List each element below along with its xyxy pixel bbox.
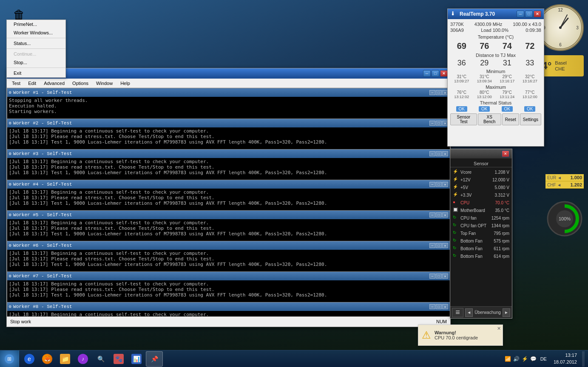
w4-maximize[interactable]: □ [436,182,442,187]
w6-maximize[interactable]: □ [436,243,442,248]
taskbar-app5[interactable]: 🐾 [110,351,127,367]
taskbar-app6[interactable]: 📊 [128,351,145,367]
menu-edit[interactable]: Edit [25,80,40,87]
prime95-close-btn[interactable]: ✕ [440,70,448,77]
prime95-minimize-btn[interactable]: ─ [423,70,431,77]
w7-maximize[interactable]: □ [436,274,442,279]
w3-minimize[interactable]: ─ [429,151,435,156]
w1-minimize[interactable]: ─ [429,90,435,95]
worker-3-titlebar: ⚙ Worker #3 - Self-Test ─ □ ✕ [7,150,450,158]
rt-settings-btn[interactable]: Settings [520,113,541,125]
show-desktop-btn[interactable] [582,351,585,367]
worker-7-text: [Jul 18 13:17] Beginning a continuous se… [7,280,450,302]
taskbar-itunes[interactable]: ♪ [74,351,91,367]
prime95-content: ⚙ Worker #1 - Self-Test ─ □ ✕ Stopping a… [7,88,450,316]
realtemp-close-btn[interactable]: ✕ [534,11,541,17]
menu-item-primenet[interactable]: PrimeNet... [7,20,65,28]
currency-widget: EUR ◄ 1.000 CHF ◄ 1.202 [545,174,584,189]
w7-close[interactable]: ✕ [442,274,448,279]
w4-close[interactable]: ✕ [442,182,448,187]
5v-value: 5.080 V [495,185,509,190]
vcore-label: Vcore [460,170,495,175]
menu-item-status[interactable]: Status... [7,39,65,48]
realtemp-icon: 🌡 [450,11,457,17]
menu-help[interactable]: Help [117,80,134,87]
menu-item-exit[interactable]: Exit [7,69,65,77]
mb-temp-icon: 🔲 [453,207,459,213]
w2-maximize[interactable]: □ [436,121,442,126]
rt-temp-3: 72 [525,41,534,51]
rt-sensor-test-btn[interactable]: Sensor Test [450,113,477,125]
menu-advanced[interactable]: Advanced [40,80,68,87]
12v-icon: ⚡ [453,177,459,183]
w3-close[interactable]: ✕ [442,151,448,156]
w5-minimize[interactable]: ─ [429,212,435,217]
w6-close[interactable]: ✕ [442,243,448,248]
worker-2-icon: ⚙ [9,121,11,126]
worker-3-icon: ⚙ [9,151,11,156]
taskbar-clock[interactable]: 13:17 18.07.2012 [550,352,580,365]
bottomfan3-icon: ↻ [453,253,459,259]
currency-chf-value: 1.202 [570,182,582,187]
rt-temp-1: 76 [480,41,489,51]
sensor-next-btn[interactable]: ► [503,308,510,317]
app6-icon: 📊 [131,354,142,364]
w7-minimize[interactable]: ─ [429,274,435,279]
menu-options[interactable]: Options [69,80,92,87]
rt-reset-btn[interactable]: Reset [502,113,519,125]
w6-minimize[interactable]: ─ [429,243,435,248]
worker-8-title: Worker #8 - Self-Test [13,304,429,309]
tray-network-icon[interactable]: 📶 [505,356,511,362]
w4-minimize[interactable]: ─ [429,182,435,187]
taskbar-prime95-task[interactable]: 📌 [146,351,163,367]
menu-window[interactable]: Window [93,80,116,87]
worker-1-text: Stopping all worker threads. Execution h… [7,97,450,119]
sensor-row-cpu: ● CPU 70.0 °C [450,199,512,206]
rt-thermal-status: Thermal Status [450,100,541,105]
w5-close[interactable]: ✕ [442,212,448,217]
worker-2-title: Worker #2 - Self-Test [13,121,429,126]
worker-8: ⚙ Worker #8 - Self-Test ─ □ ✕ [Jul 18 13… [7,302,450,316]
w5-maximize[interactable]: □ [436,212,442,217]
w8-close[interactable]: ✕ [442,304,448,309]
realtemp-titlebar[interactable]: 🌡 RealTemp 3.70 ─ □ ✕ [448,9,544,19]
worker-2: ⚙ Worker #2 - Self-Test ─ □ ✕ [Jul 18 13… [7,119,450,149]
sensor-titlebar[interactable]: ✕ [450,149,512,158]
worker-7-icon: ⚙ [9,274,11,279]
menu-test[interactable]: Test [9,80,24,87]
rt-load: Load 100.0% [481,28,508,33]
clock-time: 13:17 [554,352,577,359]
prime95-titlebar[interactable]: ⚙ Prime95 ─ □ ✕ [7,68,450,79]
menu-item-stop[interactable]: Stop... [7,58,65,67]
worker-3: ⚙ Worker #3 - Self-Test ─ □ ✕ [Jul 18 13… [7,149,450,180]
firefox-icon: 🦊 [42,354,52,364]
start-button[interactable]: ⊞ [0,350,19,367]
rt-cpu-row: 3770K 4300.09 MHz 100.00 x 43.0 [450,22,541,27]
cpu-temp-icon: ● [453,200,459,206]
rt-xs-bench-btn[interactable]: XS Bench [478,113,501,125]
sensor-prev-btn[interactable]: ◄ [465,308,473,317]
w1-maximize[interactable]: □ [436,90,442,95]
taskbar-firefox[interactable]: 🦊 [39,351,56,367]
prime95-maximize-btn[interactable]: □ [432,70,439,77]
tray-action-center-icon[interactable]: 💬 [530,356,537,362]
svg-text:12: 12 [558,8,563,12]
w8-maximize[interactable]: □ [436,304,442,309]
topfan-value: 795 rpm [494,231,509,236]
tray-battery-icon[interactable]: ⚡ [522,356,528,362]
w3-maximize[interactable]: □ [436,151,442,156]
menu-item-worker-windows[interactable]: Worker Windows... [7,28,65,37]
warning-close-btn[interactable]: ✕ [497,326,501,331]
realtemp-minimize-btn[interactable]: ─ [517,11,524,17]
sensor-close-btn[interactable]: ✕ [502,150,509,157]
menu-item-continue: Continue... [7,50,65,58]
currency-chf-row: CHF ◄ 1.202 [545,181,584,189]
w2-minimize[interactable]: ─ [429,121,435,126]
taskbar-explorer[interactable]: 📁 [57,351,74,367]
taskbar-ie[interactable]: e [21,351,38,367]
tray-volume-icon[interactable]: 🔊 [513,356,520,362]
taskbar-search[interactable]: 🔍 [92,351,109,367]
w8-minimize[interactable]: ─ [429,304,435,309]
realtemp-maximize-btn[interactable]: □ [525,11,533,17]
rt-ok-2: OK [502,106,513,112]
